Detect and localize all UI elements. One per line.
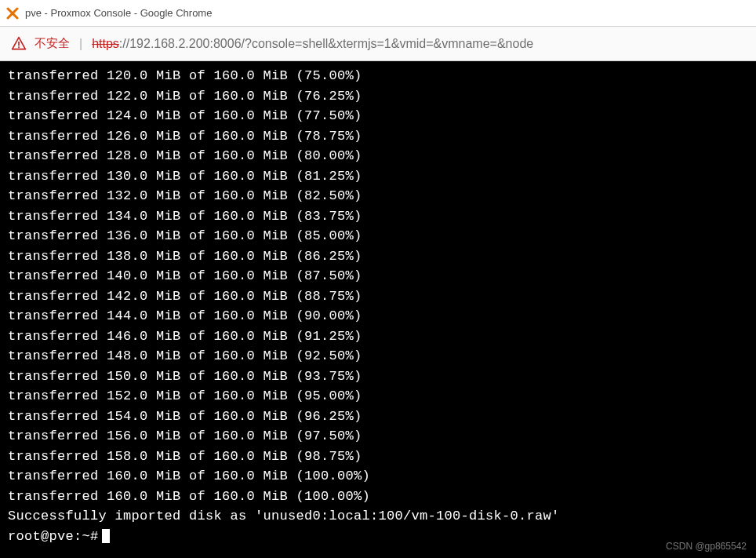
- transfer-progress-line: transferred 148.0 MiB of 160.0 MiB (92.5…: [8, 346, 748, 367]
- transfer-progress-line: transferred 124.0 MiB of 160.0 MiB (77.5…: [8, 106, 748, 126]
- transfer-progress-line: transferred 136.0 MiB of 160.0 MiB (85.0…: [8, 226, 748, 246]
- transfer-progress-line: transferred 132.0 MiB of 160.0 MiB (82.5…: [8, 186, 748, 206]
- transfer-progress-line: transferred 128.0 MiB of 160.0 MiB (80.0…: [8, 146, 748, 166]
- transfer-progress-line: transferred 144.0 MiB of 160.0 MiB (90.0…: [8, 306, 748, 326]
- prompt-text: root@pve:~#: [8, 527, 99, 547]
- transfer-progress-line: transferred 140.0 MiB of 160.0 MiB (87.5…: [8, 266, 748, 286]
- addressbar-divider: |: [79, 37, 82, 51]
- shell-prompt[interactable]: root@pve:~#: [8, 527, 748, 547]
- transfer-progress-line: transferred 156.0 MiB of 160.0 MiB (97.5…: [8, 426, 748, 447]
- url-display[interactable]: https://192.168.2.200:8006/?console=shel…: [92, 37, 533, 51]
- not-secure-label: 不安全: [35, 36, 70, 51]
- transfer-progress-line: transferred 160.0 MiB of 160.0 MiB (100.…: [8, 466, 748, 487]
- transfer-progress-line: transferred 120.0 MiB of 160.0 MiB (75.0…: [8, 66, 748, 86]
- transfer-progress-line: transferred 146.0 MiB of 160.0 MiB (91.2…: [8, 326, 748, 347]
- address-bar[interactable]: 不安全 | https://192.168.2.200:8006/?consol…: [0, 27, 756, 61]
- url-rest: ://192.168.2.200:8006/?console=shell&xte…: [119, 37, 533, 50]
- window-title: pve - Proxmox Console - Google Chrome: [25, 7, 212, 19]
- watermark: CSDN @gp865542: [666, 539, 747, 553]
- transfer-progress-line: transferred 142.0 MiB of 160.0 MiB (88.7…: [8, 286, 748, 307]
- terminal-output[interactable]: transferred 120.0 MiB of 160.0 MiB (75.0…: [0, 61, 756, 558]
- transfer-progress-line: transferred 158.0 MiB of 160.0 MiB (98.7…: [8, 447, 748, 467]
- transfer-progress-line: transferred 126.0 MiB of 160.0 MiB (78.7…: [8, 126, 748, 147]
- url-scheme: https: [92, 37, 119, 50]
- app-icon: [6, 7, 19, 20]
- transfer-progress-line: transferred 138.0 MiB of 160.0 MiB (86.2…: [8, 246, 748, 267]
- transfer-progress-line: transferred 150.0 MiB of 160.0 MiB (93.7…: [8, 367, 748, 387]
- transfer-progress-line: transferred 152.0 MiB of 160.0 MiB (95.0…: [8, 386, 748, 407]
- transfer-progress-line: transferred 122.0 MiB of 160.0 MiB (76.2…: [8, 86, 748, 107]
- not-secure-icon: [11, 36, 27, 52]
- success-message: Successfully imported disk as 'unused0:l…: [8, 506, 748, 527]
- terminal-cursor: [102, 529, 110, 543]
- transfer-progress-line: transferred 154.0 MiB of 160.0 MiB (96.2…: [8, 407, 748, 427]
- transfer-progress-line: transferred 134.0 MiB of 160.0 MiB (83.7…: [8, 206, 748, 227]
- transfer-progress-line: transferred 130.0 MiB of 160.0 MiB (81.2…: [8, 166, 748, 187]
- svg-point-3: [18, 46, 20, 48]
- window-titlebar: pve - Proxmox Console - Google Chrome: [0, 0, 756, 27]
- transfer-progress-line: transferred 160.0 MiB of 160.0 MiB (100.…: [8, 487, 748, 507]
